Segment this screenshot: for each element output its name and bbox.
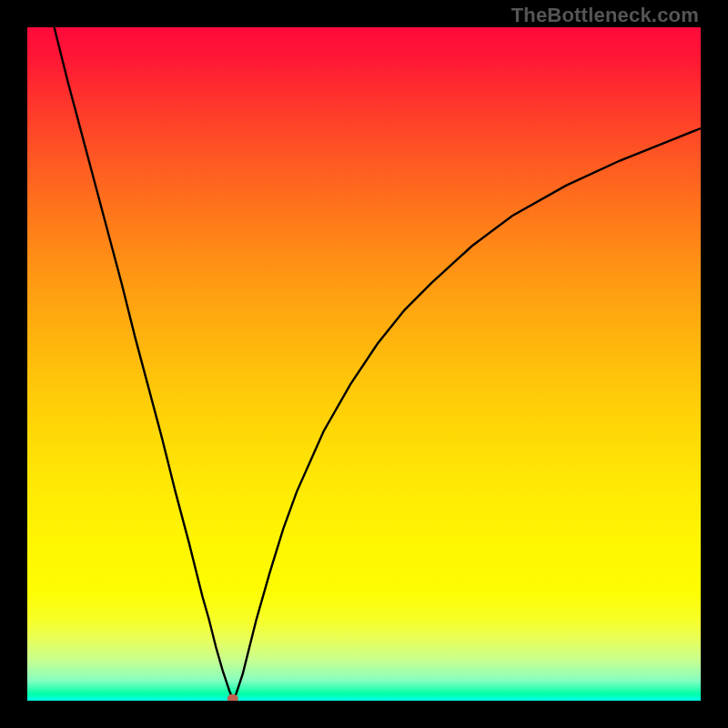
chart-container: TheBottleneck.com [0, 0, 728, 728]
curve-layer [27, 27, 701, 701]
left-branch-curve [55, 27, 233, 699]
attribution-label: TheBottleneck.com [511, 4, 699, 27]
right-branch-curve [233, 128, 701, 699]
plot-area [27, 27, 701, 701]
